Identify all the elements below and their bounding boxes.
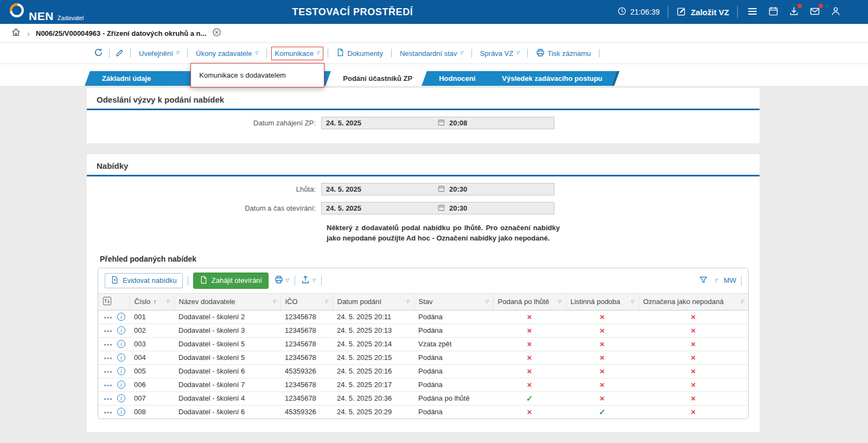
mw-toggle[interactable]: MW — [724, 276, 736, 284]
row-info-button[interactable] — [117, 353, 125, 362]
create-vz-button[interactable]: Založit VZ — [676, 7, 729, 18]
datum-zahajeni-date[interactable]: 24. 5. 2025 — [322, 119, 438, 127]
tab-hodnoceni[interactable]: Hodnocení — [427, 71, 487, 86]
cell-podana-po-lhute: × — [493, 378, 566, 391]
cell-stav: Vzata zpět — [414, 337, 493, 351]
column-nazev-dodavatele[interactable]: Název dodavatele — [174, 293, 280, 310]
oteviranni-time[interactable]: 20:30 — [449, 204, 467, 212]
menu-komunikace[interactable]: Komunikace — [271, 47, 324, 60]
row-more-button[interactable] — [104, 381, 112, 389]
nen-logo[interactable]: NEN Zadavatel — [9, 2, 84, 22]
offer-row[interactable]: 003 Dodavatel - školení 5 12345678 24. 5… — [98, 337, 748, 351]
chevron-down-icon — [714, 279, 718, 283]
column-cislo[interactable]: Číslo — [130, 293, 174, 310]
menu-item-komunikace-s-dodavatelem[interactable]: Komunikace s dodavatelem — [191, 64, 324, 87]
cell-oznacena-jako-nepodana: × — [639, 351, 748, 364]
offer-row[interactable]: 001 Dodavatel - školení 2 12345678 24. 5… — [98, 310, 748, 324]
history-button[interactable] — [92, 46, 105, 60]
menu-dokumenty[interactable]: Dokumenty — [333, 46, 387, 61]
offer-row[interactable]: 006 Dodavatel - školení 7 12345678 24. 5… — [98, 378, 748, 391]
divider — [130, 49, 131, 58]
menu-ukony-zadavatele[interactable]: Úkony zadavatele — [192, 47, 262, 60]
zahajit-oteviranni-button[interactable]: Zahájit otevírání — [193, 273, 269, 289]
filter-button[interactable] — [698, 275, 709, 287]
close-record-button[interactable] — [212, 28, 221, 39]
row-tools-cell — [98, 364, 130, 378]
offer-row[interactable]: 008 Dodavatel - školení 6 45359326 24. 5… — [98, 405, 748, 419]
tab-vysledek-zadavaciho-postupu[interactable]: Výsledek zadávacího postupu — [490, 71, 614, 86]
chevron-down-icon — [272, 300, 276, 304]
offers-header-row: Číslo Název dodavatele IČO Datum podání … — [98, 293, 748, 310]
downloads-button[interactable] — [788, 5, 800, 19]
row-more-button[interactable] — [104, 367, 112, 375]
menu-tisk-zaznamu[interactable]: Tisk záznamu — [532, 46, 595, 61]
home-button[interactable] — [11, 27, 21, 39]
edit-button[interactable] — [114, 47, 126, 60]
print-grid-button[interactable] — [273, 274, 290, 287]
cell-nazev-dodavatele: Dodavatel - školení 5 — [174, 337, 280, 351]
evidovat-nabidku-button[interactable]: Evidovat nabídku — [105, 273, 183, 288]
row-more-button[interactable] — [104, 313, 112, 321]
menu-button[interactable] — [746, 5, 759, 20]
row-info-button[interactable] — [117, 340, 125, 348]
calendar-small-icon — [438, 185, 445, 194]
chevron-down-icon — [630, 300, 634, 304]
profile-button[interactable] — [829, 5, 842, 19]
calendar-button[interactable] — [767, 5, 780, 19]
more-dots-icon — [104, 367, 112, 375]
column-ico[interactable]: IČO — [280, 293, 333, 310]
column-oznacena-jako-nepodana[interactable]: Označena jako nepodaná — [639, 293, 748, 310]
lhuta-date[interactable]: 24. 5. 2025 — [322, 185, 438, 193]
messages-button[interactable] — [808, 5, 821, 20]
offer-row[interactable]: 004 Dodavatel - školení 5 12345678 24. 5… — [98, 351, 748, 364]
row-more-button[interactable] — [104, 340, 112, 348]
row-more-button[interactable] — [104, 353, 112, 362]
close-circle-icon — [212, 28, 221, 39]
column-podana-po-lhute[interactable]: Podaná po lhůtě — [493, 293, 566, 310]
row-info-button[interactable] — [117, 394, 125, 402]
menu-sprava-vz[interactable]: Správa VZ — [476, 47, 524, 60]
row-more-button[interactable] — [104, 394, 112, 402]
lhuta-time[interactable]: 20:30 — [449, 185, 467, 193]
cell-stav: Podána — [414, 405, 493, 419]
offer-row[interactable]: 002 Dodavatel - školení 3 12345678 24. 5… — [98, 324, 748, 337]
tab-zakladni-udaje[interactable]: Základní údaje — [90, 71, 163, 86]
app-name: NEN — [29, 10, 54, 22]
row-tools-cell — [98, 378, 130, 391]
offer-row[interactable]: 007 Dodavatel - školení 4 12345678 24. 5… — [98, 391, 748, 405]
row-more-button[interactable] — [104, 408, 112, 416]
cell-cislo: 006 — [130, 378, 174, 391]
row-info-button[interactable] — [117, 326, 125, 334]
divider — [741, 276, 742, 286]
export-grid-button[interactable] — [300, 274, 316, 287]
offer-row[interactable]: 005 Dodavatel - školení 6 45359326 24. 5… — [98, 364, 748, 378]
pencil-square-icon — [676, 7, 686, 18]
clock-time: 21:06:39 — [630, 8, 660, 16]
app-role: Zadavatel — [58, 15, 84, 21]
column-datum-podani[interactable]: Datum podání — [333, 293, 414, 310]
tab-podani-ucastniku-zp[interactable]: Podání účastníků ZP — [331, 71, 424, 86]
datum-zahajeni-field[interactable]: 24. 5. 2025 20:08 — [321, 117, 554, 129]
oteviranni-field[interactable]: 24. 5. 2025 20:30 — [321, 202, 554, 214]
lhuta-field[interactable]: 24. 5. 2025 20:30 — [321, 183, 554, 195]
more-dots-icon — [104, 326, 112, 334]
row-info-button[interactable] — [117, 381, 125, 389]
view-options-button[interactable] — [713, 277, 719, 284]
menu-uverejneni[interactable]: Uveřejnění — [135, 47, 183, 60]
cell-oznacena-jako-nepodana: × — [639, 310, 748, 324]
row-more-button[interactable] — [104, 326, 112, 334]
column-stav[interactable]: Stav — [414, 293, 493, 310]
main-content: Odeslání výzvy k podání nabídek Datum za… — [87, 88, 760, 432]
oteviranni-date[interactable]: 24. 5. 2025 — [322, 204, 438, 212]
column-listinna-podoba[interactable]: Listinná podoba — [566, 293, 639, 310]
breadcrumb-record[interactable]: N006/25/V00004963 - Zřízení datových okr… — [36, 29, 206, 37]
more-dots-icon — [104, 394, 112, 402]
datum-zahajeni-time[interactable]: 20:08 — [449, 119, 467, 127]
row-info-button[interactable] — [117, 408, 125, 416]
row-info-button[interactable] — [117, 313, 125, 321]
chevron-down-icon — [316, 51, 320, 55]
row-info-button[interactable] — [117, 367, 125, 375]
column-settings[interactable] — [98, 293, 130, 310]
menu-nestandardni-stav[interactable]: Nestandardní stav — [396, 47, 467, 60]
cell-ico: 12345678 — [280, 337, 333, 351]
